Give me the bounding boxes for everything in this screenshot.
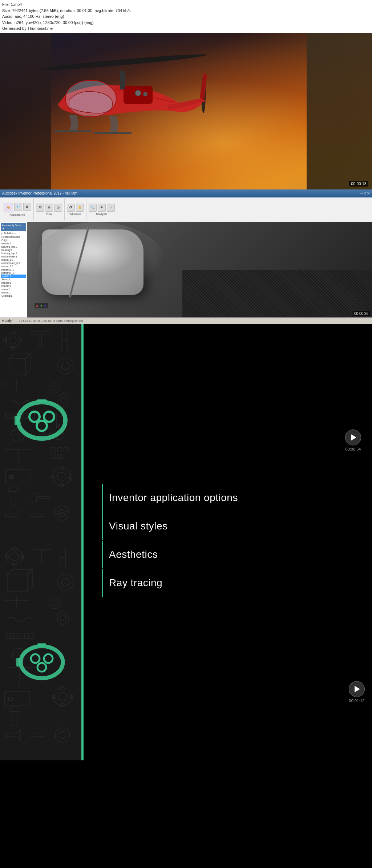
- svg-point-57: [61, 578, 69, 586]
- svg-rect-13: [19, 339, 22, 342]
- left-panel: 3D: [0, 324, 84, 760]
- tree-item-pattern-1-2[interactable]: pattern:1_2: [1, 268, 26, 271]
- tree-item-handle-2[interactable]: handle:2: [1, 284, 26, 288]
- ribbon-label-windows: Windows: [69, 212, 81, 216]
- helicopter-image: [36, 51, 218, 168]
- svg-rect-31: [57, 454, 62, 459]
- tree-item-servo-1[interactable]: servo:1: [1, 288, 26, 291]
- window-controls[interactable]: ─ □ ✕: [360, 191, 370, 195]
- svg-point-78: [44, 654, 53, 663]
- svg-rect-68: [61, 687, 64, 690]
- carbon-fiber-surface: [182, 270, 372, 317]
- svg-point-58: [49, 598, 60, 609]
- texture-on-icon[interactable]: 🖼: [36, 204, 44, 212]
- cascade-icon[interactable]: 🗗: [67, 204, 75, 212]
- tree-item-motorholder[interactable]: motorholder:1: [1, 255, 26, 258]
- inventor-workspace: Assembly View ▼ ▷ Bolt&Lens Representati…: [0, 222, 372, 317]
- tree-item-handle-1[interactable]: handle:1: [1, 281, 26, 284]
- lower-section: 3D: [0, 324, 372, 760]
- svg-rect-69: [61, 704, 64, 707]
- tree-item-motormount-b[interactable]: motormount_b:1: [1, 261, 26, 265]
- svg-marker-41: [8, 487, 19, 491]
- svg-rect-53: [13, 563, 16, 566]
- svg-point-51: [11, 553, 19, 561]
- tree-item-bearing-top[interactable]: bearing_top:1: [1, 252, 26, 255]
- svg-rect-80: [16, 658, 20, 667]
- topic-item-1[interactable]: Inventor application options: [102, 484, 354, 512]
- svg-point-16: [57, 358, 73, 374]
- svg-point-59: [52, 601, 57, 606]
- svg-rect-72: [12, 711, 17, 726]
- tree-item-saddle[interactable]: saddle:1: [1, 275, 26, 278]
- topic-label-4: Ray tracing: [109, 577, 162, 589]
- look-at-icon[interactable]: 👁: [98, 204, 106, 212]
- tree-item-bolt-lens[interactable]: ▷ Bolt&Lens: [1, 232, 26, 235]
- play-button-3[interactable]: 00:01:12: [349, 681, 365, 703]
- svg-rect-71: [69, 695, 73, 699]
- tree-item-bearing[interactable]: Bearing:1: [1, 248, 26, 252]
- tree-item-mount-1[interactable]: mount_1:1: [1, 258, 26, 261]
- zoom-all-icon[interactable]: 🔍: [89, 204, 97, 212]
- orthographic-icon[interactable]: ⊞: [45, 204, 53, 212]
- nav-wheel-icon[interactable]: ◎: [54, 204, 62, 212]
- topic-item-3[interactable]: Aesthetics: [102, 541, 354, 568]
- tree-item-nozzle[interactable]: Nozzle:1: [1, 242, 26, 245]
- svg-marker-60: [57, 611, 68, 625]
- ribbon-label-navigate: Navigate: [96, 212, 108, 216]
- tree-item-pattern-1-3[interactable]: pattern:1_3: [1, 271, 26, 275]
- topic-item-4[interactable]: Ray tracing: [102, 569, 354, 597]
- building-right: [307, 33, 372, 189]
- svg-rect-40: [11, 491, 16, 506]
- video-thumbnail-1: 00:00:18: [0, 33, 372, 189]
- topic-label-1: Inventor application options: [109, 492, 238, 504]
- svg-rect-12: [4, 339, 7, 342]
- reflections-icon[interactable]: 💎: [14, 203, 22, 211]
- play-circle-2[interactable]: [345, 429, 361, 445]
- topic-label-3: Aesthetics: [109, 549, 158, 560]
- tree-item-representations[interactable]: Representations: [1, 235, 26, 239]
- ribbon-icons-view: 🖼 ⊞ ◎: [36, 204, 62, 212]
- play-button-2[interactable]: 00:00:54: [345, 429, 361, 451]
- svg-rect-29: [64, 448, 68, 452]
- pan-icon[interactable]: ✋: [76, 204, 84, 212]
- inventor-title: Autodesk Inventor Professional 2017 - he…: [2, 191, 360, 195]
- tree-item-origin[interactable]: Origin: [1, 239, 26, 242]
- topic-item-2[interactable]: Visual styles: [102, 512, 354, 540]
- svg-rect-52: [13, 548, 16, 551]
- home-view-icon[interactable]: ⌂: [107, 204, 115, 212]
- svg-rect-4: [120, 71, 125, 89]
- video-1-timestamp: 00:00:18: [349, 181, 368, 187]
- tree-item-mount[interactable]: mount:1: [1, 291, 26, 294]
- ribbon-group-windows: 🗗 ✋ Windows: [65, 199, 86, 220]
- tree-item-cooling[interactable]: Cooling:1: [1, 294, 26, 297]
- status-ready: Ready: [2, 319, 12, 323]
- svg-point-75: [59, 731, 66, 739]
- svg-point-56: [57, 574, 73, 590]
- svg-rect-39: [69, 475, 72, 479]
- svg-rect-10: [11, 331, 15, 334]
- inventor-3d-viewport[interactable]: X Y Z 00:00:36: [27, 222, 372, 317]
- tree-item-mount-2[interactable]: mount_1:2: [1, 265, 26, 268]
- svg-point-6: [135, 90, 141, 96]
- svg-point-45: [29, 412, 40, 422]
- tree-item-bearing-big[interactable]: bearing_big:1: [1, 245, 26, 248]
- svg-rect-54: [5, 555, 8, 559]
- ground-plane-icon[interactable]: ▦: [23, 203, 31, 211]
- ribbon-label-appearance: Appearance: [9, 213, 25, 216]
- play-circle-3[interactable]: [349, 681, 365, 697]
- svg-rect-15: [38, 334, 42, 347]
- svg-rect-49: [37, 399, 46, 402]
- svg-rect-11: [11, 347, 15, 349]
- right-panel: 00:00:54 Inventor application options Vi…: [84, 324, 372, 760]
- ribbon-icons-appearance: 🎨 💎 ▦: [4, 203, 31, 212]
- visual-style-icon[interactable]: 🎨: [4, 203, 13, 212]
- inventor-ribbon: 🎨 💎 ▦ Appearance 🖼 ⊞ ◎ View 🗗 ✋ Windows …: [0, 197, 372, 222]
- ribbon-label-view: View: [46, 212, 52, 216]
- green-illustration-bottom: [16, 640, 67, 684]
- metal-highlight: [38, 222, 165, 295]
- svg-point-0: [40, 52, 207, 72]
- ribbon-group-navigate: 🔍 👁 ⌂ Navigate: [86, 199, 117, 220]
- tree-item-servo[interactable]: Servo:1: [1, 278, 26, 281]
- topics-section: Inventor application options Visual styl…: [84, 469, 372, 605]
- svg-rect-14: [31, 331, 49, 334]
